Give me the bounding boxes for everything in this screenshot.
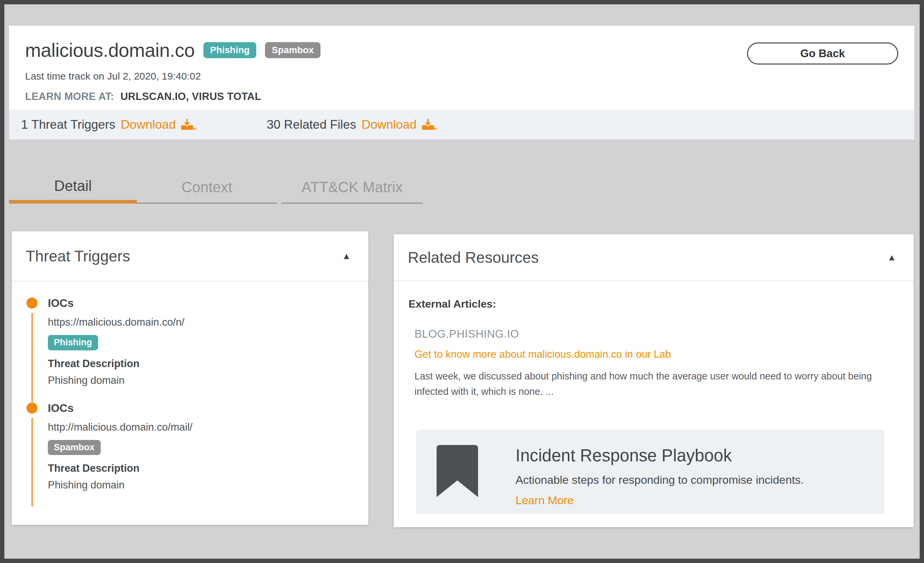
external-articles-label: External Articles: [408, 298, 894, 310]
page-background: malicious.domain.co Phishing Spambox Las… [4, 4, 920, 559]
related-files-stat: 30 Related Files Download [267, 117, 437, 132]
download-icon[interactable] [421, 117, 437, 132]
download-related-files-link[interactable]: Download [362, 117, 438, 132]
bookmark-icon [436, 445, 478, 514]
threat-description-label: Threat Description [48, 358, 355, 370]
related-resources-card-header: Related Resources ▲ [394, 234, 914, 281]
ioc-heading: IOCs [48, 297, 355, 310]
download-threat-triggers-label[interactable]: Download [121, 118, 176, 132]
related-resources-content: External Articles: BLOG.PHISHING.IO Get … [394, 281, 914, 514]
domain-header-content: malicious.domain.co Phishing Spambox Las… [9, 26, 914, 110]
article-source: BLOG.PHISHING.IO [414, 328, 894, 340]
external-article: BLOG.PHISHING.IO Get to know more about … [414, 328, 894, 400]
download-threat-triggers-link[interactable]: Download [121, 117, 197, 132]
playbook-subtitle: Actionable steps for responding to compr… [516, 473, 804, 487]
playbook-text-block: Incident Response Playbook Actionable st… [516, 445, 804, 514]
learn-more-label: LEARN MORE AT: [25, 91, 114, 102]
article-link[interactable]: Get to know more about malicious.domain.… [414, 348, 894, 360]
ioc-phishing-badge: Phishing [48, 335, 98, 350]
learn-more-row: LEARN MORE AT: URLSCAN.IO, VIRUS TOTAL [25, 91, 898, 103]
tab-attck-matrix[interactable]: ATT&CK Matrix [281, 172, 423, 204]
threat-triggers-card-title: Threat Triggers [26, 247, 130, 265]
download-related-files-label[interactable]: Download [362, 118, 417, 132]
threat-description-label: Threat Description [48, 463, 355, 475]
collapse-caret-icon[interactable]: ▲ [887, 252, 896, 263]
threat-triggers-count: 1 [21, 118, 28, 132]
tab-context[interactable]: Context [137, 172, 277, 204]
ioc-url: https://malicious.domain.co/n/ [48, 316, 355, 328]
related-files-stat-label: Related Files [284, 118, 356, 132]
learn-more-links[interactable]: URLSCAN.IO, VIRUS TOTAL [120, 91, 261, 102]
ioc-timeline-item: IOCs https://malicious.domain.co/n/ Phis… [26, 297, 355, 402]
related-resources-card-title: Related Resources [408, 249, 538, 267]
threat-triggers-timeline: IOCs https://malicious.domain.co/n/ Phis… [12, 282, 368, 506]
threat-triggers-stat: 1 Threat Triggers Download [21, 117, 196, 132]
ioc-heading: IOCs [48, 402, 355, 415]
detail-tabs: Detail Context ATT&CK Matrix [9, 172, 423, 204]
download-icon[interactable] [180, 117, 196, 132]
collapse-caret-icon[interactable]: ▲ [342, 251, 351, 261]
related-files-count: 30 [267, 118, 280, 132]
page-title: malicious.domain.co [25, 39, 195, 61]
threat-description-value: Phishing domain [48, 374, 355, 386]
ioc-spambox-badge: Spambox [48, 440, 101, 455]
threat-triggers-card-header: Threat Triggers ▲ [12, 231, 368, 282]
stats-bar: 1 Threat Triggers Download 30 Related Fi… [9, 110, 914, 139]
threat-description-value: Phishing domain [48, 479, 355, 491]
incident-response-playbook-card: Incident Response Playbook Actionable st… [416, 430, 885, 514]
playbook-learn-more-link[interactable]: Learn More [516, 494, 804, 507]
ioc-timeline-item: IOCs http://malicious.domain.co/mail/ Sp… [26, 402, 355, 507]
threat-triggers-card: Threat Triggers ▲ IOCs https://malicious… [12, 231, 368, 525]
domain-header-panel: malicious.domain.co Phishing Spambox Las… [9, 26, 914, 139]
go-back-button[interactable]: Go Back [747, 42, 898, 64]
ioc-url: http://malicious.domain.co/mail/ [48, 421, 355, 433]
article-excerpt: Last week, we discussed about phishing a… [414, 368, 893, 400]
threat-triggers-stat-label: Threat Triggers [32, 118, 116, 132]
last-track-timestamp: Last time track on Jul 2, 2020, 19:40:02 [25, 70, 898, 82]
related-resources-card: Related Resources ▲ External Articles: B… [394, 234, 914, 527]
tab-detail[interactable]: Detail [9, 172, 137, 204]
playbook-title: Incident Response Playbook [516, 446, 804, 466]
phishing-badge: Phishing [203, 42, 256, 58]
spambox-badge: Spambox [265, 42, 321, 58]
